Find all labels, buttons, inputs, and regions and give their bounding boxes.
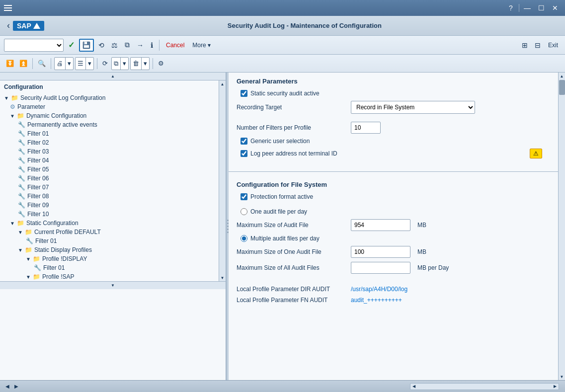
wrench-icon-perm: 🔧: [18, 121, 25, 128]
tree-item-filter-07[interactable]: 🔧 Filter 07: [0, 183, 219, 192]
toggle-static-display[interactable]: ▼: [18, 247, 23, 253]
tree-item-filter-01b[interactable]: 🔧 Filter 01: [0, 236, 219, 245]
help-btn[interactable]: ?: [505, 3, 517, 13]
tree-item-static-config[interactable]: ▼ 📁 Static Configuration: [0, 219, 219, 228]
tree-vscroll-down[interactable]: ▼: [219, 274, 226, 281]
max-all-audit-input[interactable]: [351, 262, 410, 274]
tree-item-filter-03[interactable]: 🔧 Filter 03: [0, 147, 219, 156]
maximize-btn[interactable]: ☐: [535, 3, 547, 13]
tree-item-current-profile[interactable]: ▼ 📁 Current Profile DEFAULT: [0, 228, 219, 236]
tree-item-perm-events[interactable]: 🔧 Permanently active events: [0, 120, 219, 129]
tree-item-profile-idisplay[interactable]: ▼ 📁 Profile !DISPLAY: [0, 254, 219, 263]
max-one-audit-row: Maximum Size of One Audit File MB: [237, 246, 550, 258]
toggle-dynamic[interactable]: ▼: [10, 113, 15, 119]
expand-all-btn[interactable]: ⏬: [4, 57, 16, 70]
layout1-button[interactable]: ⊞: [519, 39, 530, 52]
cancel-button[interactable]: Cancel: [163, 39, 187, 52]
local-param-fn-value[interactable]: audit_++++++++++: [351, 297, 402, 304]
form-hscroll-left[interactable]: ◀: [410, 384, 417, 389]
status-nav-left[interactable]: ◀: [4, 383, 11, 390]
tree-scroll-down-btn[interactable]: ▼: [111, 283, 115, 288]
hamburger-menu[interactable]: [4, 5, 12, 11]
settings-btn[interactable]: ⚙: [156, 57, 166, 70]
tree-item-parameter[interactable]: ⚙ Parameter: [0, 102, 219, 111]
warning-button[interactable]: ⚠: [530, 149, 542, 158]
form-scroll-thumb[interactable]: [559, 80, 565, 95]
tree-item-filter-02[interactable]: 🔧 Filter 02: [0, 138, 219, 147]
info-button[interactable]: ℹ: [148, 39, 156, 52]
tree-item-filter-09[interactable]: 🔧 Filter 09: [0, 201, 219, 210]
generic-user-row: Generic user selection: [237, 138, 550, 145]
static-audit-checkbox[interactable]: [241, 90, 247, 97]
copy2-btn[interactable]: ⧉: [112, 58, 121, 70]
minimize-btn[interactable]: —: [521, 3, 533, 13]
tree-item-filter-10[interactable]: 🔧 Filter 10: [0, 210, 219, 219]
check-button[interactable]: ✓: [66, 39, 77, 52]
tree-content: Configuration ▼ 📁 Security Audit Log Con…: [0, 80, 219, 281]
num-filters-input[interactable]: [351, 122, 381, 134]
form-hscroll-right[interactable]: ▶: [552, 384, 559, 389]
tree-item-static-display[interactable]: ▼ 📁 Static Display Profiles: [0, 245, 219, 254]
toggle-current[interactable]: ▼: [18, 230, 23, 235]
toggle-static[interactable]: ▼: [10, 221, 15, 226]
wrench-icon-f06: 🔧: [18, 175, 25, 182]
tree-item-filter-01a[interactable]: 🔧 Filter 01: [0, 129, 219, 138]
wrench-icon-f05: 🔧: [18, 166, 25, 173]
generic-user-checkbox[interactable]: [241, 138, 247, 145]
tree-item-filter-08[interactable]: 🔧 Filter 08: [0, 192, 219, 201]
layout2-button[interactable]: ⊟: [532, 39, 543, 52]
back-button[interactable]: ‹: [4, 19, 13, 32]
form-vscroll-down[interactable]: ▼: [559, 373, 565, 380]
tree-scroll-up-btn[interactable]: ▲: [111, 74, 115, 78]
recording-target-row: Recording Target Record in File System R…: [237, 101, 550, 114]
refresh-button[interactable]: ⟲: [96, 39, 107, 52]
tree-item-filter-01c[interactable]: 🔧 Filter 01: [0, 263, 219, 272]
delete-btn[interactable]: 🗑: [131, 58, 142, 70]
tree-vscroll-up[interactable]: ▲: [219, 80, 226, 87]
tree-item-filter-05[interactable]: 🔧 Filter 05: [0, 165, 219, 174]
status-nav-right[interactable]: ▶: [13, 383, 20, 390]
save-button[interactable]: [79, 39, 94, 52]
filter-04-label: Filter 04: [27, 157, 49, 164]
recording-target-select[interactable]: Record in File System Record in Database: [351, 101, 475, 114]
title-bar-controls: ? — ☐ ✕: [505, 3, 561, 13]
collapse-all-btn[interactable]: ⏫: [17, 57, 29, 70]
log-peer-checkbox[interactable]: [241, 150, 247, 157]
toolbar-dropdown[interactable]: [4, 39, 64, 52]
tree-item-dynamic-config[interactable]: ▼ 📁 Dynamic Configuration: [0, 111, 219, 120]
form-vscroll-up[interactable]: ▲: [559, 73, 565, 79]
max-size-audit-input[interactable]: [351, 219, 410, 231]
multiple-audit-radio[interactable]: [241, 235, 247, 242]
toggle-idisplay[interactable]: ▼: [26, 256, 31, 262]
more-button[interactable]: More ▾: [189, 39, 213, 52]
save-icon: [82, 41, 91, 50]
search-btn[interactable]: 🔍: [36, 57, 48, 70]
max-one-audit-unit: MB: [417, 248, 426, 255]
local-param-dir-value[interactable]: /usr/sap/A4H/D00/log: [351, 286, 407, 293]
sub-toolbar: ⏬ ⏫ 🔍 🖨 ▾ ☰ ▾ ⟳ ⧉ ▾ 🗑 ▾ ⚙: [0, 55, 565, 73]
copy-button[interactable]: ⧉: [122, 39, 132, 52]
delete-arrow-btn[interactable]: ▾: [142, 58, 149, 70]
svg-rect-2: [84, 45, 89, 48]
tree-item-profile-isap[interactable]: ▼ 📁 Profile !SAP: [0, 272, 219, 281]
print-arrow-btn[interactable]: ▾: [66, 58, 73, 70]
tree-item-filter-06[interactable]: 🔧 Filter 06: [0, 174, 219, 183]
tree-item-sal-config[interactable]: ▼ 📁 Security Audit Log Configuration: [0, 93, 219, 102]
one-audit-radio[interactable]: [241, 208, 247, 215]
tree-refresh-btn[interactable]: ⟳: [100, 57, 110, 70]
toggle-isap[interactable]: ▼: [26, 274, 31, 280]
list-btn[interactable]: ☰: [76, 58, 86, 70]
max-one-audit-input[interactable]: [351, 246, 410, 258]
form-scrollbar: ▲ ▼: [558, 73, 565, 380]
one-audit-label: One audit file per day: [250, 208, 307, 215]
protection-checkbox[interactable]: [241, 193, 247, 200]
arrow-button[interactable]: →: [134, 39, 146, 52]
toggle-sal-config[interactable]: ▼: [4, 95, 9, 101]
exit-button[interactable]: Exit: [545, 39, 561, 52]
balance-button[interactable]: ⚖: [109, 39, 120, 52]
copy2-arrow-btn[interactable]: ▾: [121, 58, 128, 70]
close-btn[interactable]: ✕: [549, 3, 561, 13]
tree-item-filter-04[interactable]: 🔧 Filter 04: [0, 156, 219, 165]
print-btn[interactable]: 🖨: [55, 58, 66, 70]
list-arrow-btn[interactable]: ▾: [86, 58, 93, 70]
